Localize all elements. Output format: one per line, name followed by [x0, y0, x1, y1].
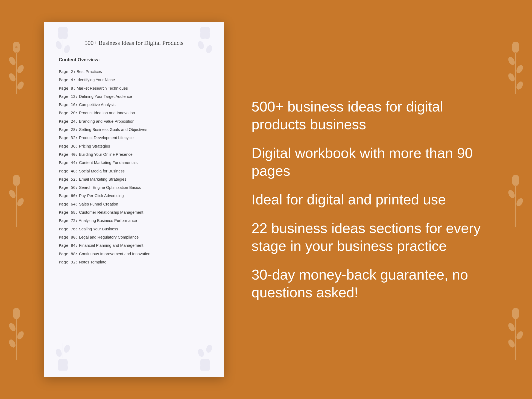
toc-item: Page 4: Identifying Your Niche	[59, 76, 209, 84]
toc-item: Page 52: Email Marketing Strategies	[59, 175, 209, 183]
svg-point-4	[8, 56, 17, 66]
svg-point-34	[507, 189, 516, 199]
svg-point-40	[507, 322, 516, 332]
svg-point-38	[514, 312, 517, 315]
toc-item: Page 48: Social Media for Business	[59, 167, 209, 175]
svg-point-66	[205, 344, 213, 353]
toc-item: Page 32: Product Development Lifecycle	[59, 134, 209, 142]
toc-item: Page 36: Pricing Strategies	[59, 142, 209, 150]
svg-point-42	[507, 338, 516, 349]
toc-item: Page 84: Financial Planning and Manageme…	[59, 241, 209, 250]
svg-point-11	[15, 179, 18, 182]
svg-point-29	[515, 80, 524, 91]
toc-item: Page 8: Market Research Techniques	[59, 84, 209, 92]
svg-point-35	[515, 197, 524, 207]
info-block-0: 500+ business ideas for digital products…	[252, 98, 494, 133]
svg-point-63	[203, 363, 207, 367]
doc-watermark-br	[191, 343, 219, 372]
svg-point-62	[198, 357, 212, 371]
toc-item: Page 68: Customer Relationship Managemen…	[59, 208, 209, 216]
info-block-1: Digital workbook with more than 90 pages	[252, 144, 494, 180]
info-block-2: Ideal for digital and printed use	[252, 191, 494, 209]
svg-point-57	[61, 363, 65, 367]
svg-point-14	[16, 197, 25, 207]
svg-point-61	[198, 357, 212, 371]
svg-point-60	[63, 344, 71, 353]
toc-item: Page 28: Setting Business Goals and Obje…	[59, 125, 209, 134]
toc-item: Page 12: Defining Your Target Audience	[59, 92, 209, 101]
toc-item: Page 16: Competitive Analysis	[59, 101, 209, 109]
toc-item: Page 56: Search Engine Optimization Basi…	[59, 183, 209, 192]
toc-item: Page 64: Sales Funnel Creation	[59, 200, 209, 208]
page-background: 500+ Business Ideas for Digital Products…	[0, 0, 532, 399]
svg-point-5	[16, 64, 25, 74]
info-text-1: Digital workbook with more than 90 pages	[252, 144, 494, 180]
toc-item: Page 44: Content Marketing Fundamentals	[59, 159, 209, 167]
svg-point-41	[515, 330, 524, 341]
svg-point-56	[56, 357, 70, 371]
toc-item: Page 20: Product Ideation and Innovation	[59, 109, 209, 117]
toc-item: Page 2: Best Practices	[59, 68, 209, 76]
svg-point-24	[514, 46, 517, 49]
toc-item: Page 92: Notes Template	[59, 258, 209, 266]
svg-point-19	[8, 322, 17, 332]
content-overview-label: Content Overview:	[59, 57, 209, 63]
info-panel: 500+ business ideas for digital products…	[224, 87, 510, 312]
info-text-3: 22 business ideas sections for every sta…	[252, 219, 494, 255]
info-text-2: Ideal for digital and printed use	[252, 191, 494, 209]
toc-item: Page 24: Branding and Value Proposition	[59, 117, 209, 125]
document-panel: 500+ Business Ideas for Digital Products…	[44, 22, 224, 377]
svg-point-59	[55, 348, 63, 357]
toc-item: Page 40: Building Your Online Presence	[59, 150, 209, 159]
info-block-3: 22 business ideas sections for every sta…	[252, 219, 494, 255]
svg-point-7	[16, 80, 25, 91]
document-title: 500+ Business Ideas for Digital Products	[59, 38, 209, 47]
toc-item: Page 76: Scaling Your Business	[59, 225, 209, 233]
svg-point-20	[16, 330, 25, 341]
toc-item: Page 60: Pay-Per-Click Advertising	[59, 192, 209, 200]
svg-point-6	[8, 72, 17, 83]
info-text-4: 30-day money-back guarantee, no question…	[252, 266, 494, 301]
svg-point-17	[15, 312, 18, 315]
svg-point-13	[8, 189, 17, 199]
toc-item: Page 88: Continuous Improvement and Inno…	[59, 250, 209, 258]
svg-point-43	[61, 31, 65, 35]
info-text-0: 500+ business ideas for digital products…	[252, 98, 494, 133]
svg-point-49	[203, 31, 207, 35]
floral-left-decoration	[0, 0, 33, 399]
info-block-4: 30-day money-back guarantee, no question…	[252, 266, 494, 301]
svg-point-26	[507, 56, 516, 66]
svg-point-55	[56, 357, 70, 371]
table-of-contents: Page 2: Best PracticesPage 4: Identifyin…	[59, 68, 209, 266]
svg-point-27	[515, 64, 524, 74]
toc-item: Page 72: Analyzing Business Performance	[59, 216, 209, 225]
svg-point-21	[8, 338, 17, 349]
toc-item: Page 80: Legal and Regulatory Compliance	[59, 233, 209, 241]
doc-watermark-bl	[49, 343, 77, 372]
svg-point-8	[15, 46, 17, 48]
svg-point-32	[514, 179, 517, 182]
floral-right-decoration	[499, 0, 532, 399]
svg-point-65	[197, 348, 205, 357]
svg-point-28	[507, 72, 516, 83]
